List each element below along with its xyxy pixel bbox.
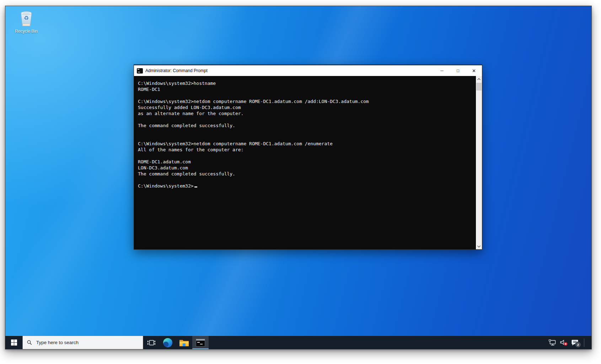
task-view-button[interactable] (143, 336, 160, 349)
command-prompt-taskbar-button[interactable] (192, 336, 209, 349)
notification-badge: 2 (575, 342, 581, 348)
cmd-icon (137, 68, 143, 74)
maximize-icon: □ (457, 68, 459, 73)
recycle-bin-label: Recycle Bin (10, 29, 42, 34)
desktop-surface[interactable]: ♻ Recycle Bin Administrator: Command Pro… (5, 6, 591, 336)
scroll-up-button[interactable] (476, 76, 482, 82)
terminal-prompt-line: C:\Windows\system32> (138, 183, 474, 189)
chevron-up-icon (477, 78, 481, 80)
window-title: Administrator: Command Prompt (145, 68, 208, 73)
terminal-output[interactable]: C:\Windows\system32>hostname ROME-DC1 C:… (134, 76, 476, 249)
tray-separator (584, 338, 584, 347)
system-tray: 2 (547, 336, 591, 349)
search-input[interactable] (36, 339, 139, 346)
search-icon (27, 340, 32, 345)
terminal-cursor (194, 186, 197, 188)
network-button[interactable] (547, 336, 558, 349)
taskbar-search[interactable] (22, 336, 143, 349)
file-explorer-button[interactable] (176, 336, 192, 349)
terminal-prompt: C:\Windows\system32> (138, 183, 194, 189)
scrollbar-thumb[interactable] (476, 83, 482, 91)
close-button[interactable]: ✕ (466, 65, 482, 76)
file-explorer-icon (179, 339, 189, 346)
command-prompt-icon (196, 339, 205, 347)
volume-button[interactable] (558, 336, 570, 349)
minimize-icon: ─ (440, 68, 444, 73)
scroll-down-button[interactable] (476, 243, 482, 249)
edge-icon (163, 338, 172, 347)
svg-text:♻: ♻ (24, 15, 29, 21)
minimize-button[interactable]: ─ (434, 65, 450, 76)
title-bar[interactable]: Administrator: Command Prompt ─ □ ✕ (134, 65, 482, 76)
screenshot-frame: ♻ Recycle Bin Administrator: Command Pro… (0, 0, 601, 364)
maximize-button[interactable]: □ (450, 65, 466, 76)
screen: ♻ Recycle Bin Administrator: Command Pro… (5, 6, 592, 349)
start-button[interactable] (5, 336, 22, 349)
edge-button[interactable] (160, 336, 176, 349)
terminal-scrollbar[interactable] (476, 76, 482, 249)
recycle-bin-icon: ♻ (19, 10, 34, 28)
command-prompt-window: Administrator: Command Prompt ─ □ ✕ (134, 64, 482, 250)
task-view-icon (147, 339, 156, 346)
volume-muted-icon (560, 339, 568, 346)
show-desktop-button[interactable] (586, 336, 588, 349)
close-icon: ✕ (472, 68, 476, 74)
taskbar: 2 (5, 336, 591, 349)
windows-logo-icon (11, 339, 17, 346)
chevron-down-icon (477, 245, 481, 248)
recycle-bin[interactable]: ♻ Recycle Bin (10, 10, 42, 34)
action-center-button[interactable]: 2 (570, 336, 581, 349)
active-task-underline (192, 348, 209, 349)
network-icon (549, 339, 557, 346)
terminal-text: C:\Windows\system32>hostname ROME-DC1 C:… (138, 80, 474, 183)
